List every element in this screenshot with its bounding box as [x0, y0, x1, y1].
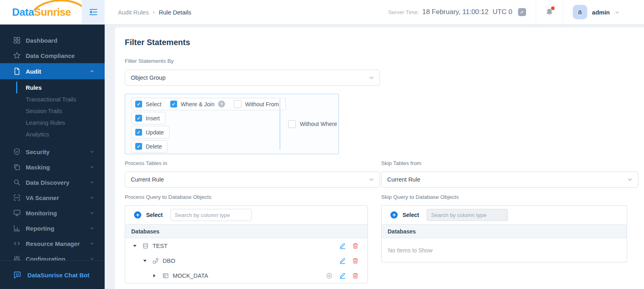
tree-caret-down-icon[interactable] [143, 260, 147, 262]
without-where-checkbox[interactable] [288, 120, 296, 128]
chevron-down-icon [90, 226, 94, 231]
checkbox-label: Select [146, 101, 161, 107]
where-join-checkbox[interactable]: ✓ [170, 101, 177, 107]
sidebar-nav: DashboardData ComplianceAuditRulesTransa… [0, 24, 105, 261]
row-actions [326, 272, 359, 279]
process-objects-select-button[interactable]: Select [146, 212, 163, 218]
sidebar-item-reporting[interactable]: Reporting [0, 221, 105, 236]
delete-checkbox[interactable]: ✓ [135, 143, 142, 150]
edit-pencil-icon[interactable] [339, 272, 346, 279]
tree-row-dbo[interactable]: DBO [125, 253, 367, 268]
chevron-down-icon [627, 176, 633, 183]
user-name: admin [592, 9, 610, 16]
table-icon [162, 272, 169, 279]
sidebar-item-va-scanner[interactable]: VA Scanner [0, 190, 105, 205]
sidebar-item-data-compliance[interactable]: Data Compliance [0, 48, 105, 63]
sidebar-item-label: Data Discovery [26, 179, 69, 186]
sidebar-subitem-rules[interactable]: Rules [0, 82, 105, 93]
tree-caret-down-icon[interactable] [133, 245, 136, 247]
filter-statements-by-label: Filter Statements By [125, 58, 174, 64]
logo-text-data: Data [12, 6, 34, 19]
content-panel: Filter Statements Filter Statements By O… [115, 27, 644, 289]
databases-header: Databases [382, 225, 627, 238]
tree-node-name: MOCK_DATA [173, 272, 208, 279]
without-where-label: Without Where [300, 121, 337, 127]
skip-tables-select[interactable]: Current Rule [381, 171, 638, 188]
sidebar-subitem-transactional-trails[interactable]: Transactional Trails [0, 93, 105, 105]
breadcrumb: Audit Rules › Rule Details [118, 0, 191, 24]
process-objects-toolbar: + Select [125, 206, 367, 225]
filter-statements-by-select[interactable]: Object Group [125, 70, 380, 86]
statement-option-delete: ✓Delete [131, 140, 167, 153]
insert-checkbox[interactable]: ✓ [135, 115, 142, 122]
process-tables-select[interactable]: Current Rule [125, 171, 380, 188]
search-icon [13, 178, 21, 186]
subitem-label: Session Trails [26, 108, 62, 114]
tree-node-name: DBO [163, 258, 175, 264]
checkbox-label: Where & Join [181, 101, 215, 107]
server-time-label: Server Time: [388, 9, 419, 15]
sidebar-item-security[interactable]: Security [0, 144, 105, 159]
help-icon[interactable]: ? [218, 101, 225, 107]
select-checkbox[interactable]: ✓ [135, 101, 142, 107]
edit-pencil-icon[interactable] [339, 242, 346, 250]
checkbox-label: Without From [245, 101, 279, 107]
checkbox-label: Update [146, 129, 164, 136]
sidebar-item-configuration[interactable]: Configuration [0, 251, 105, 261]
skip-objects-select-button[interactable]: Select [402, 212, 419, 218]
sidebar-subitem-learning-rules[interactable]: Learning Rules [0, 117, 105, 128]
checkbox-label: Delete [146, 143, 162, 150]
process-objects-search-input[interactable] [170, 209, 252, 221]
chevron-down-icon [90, 242, 94, 246]
trash-icon[interactable] [352, 272, 359, 279]
user-menu[interactable]: a admin [563, 5, 644, 19]
plus-circle-icon[interactable]: + [390, 211, 398, 219]
sidebar-item-label: VA Scanner [26, 194, 59, 201]
trash-icon[interactable] [352, 258, 359, 264]
without-from-checkbox[interactable] [234, 100, 242, 108]
skip-objects-toolbar: + Select [382, 206, 627, 225]
update-checkbox[interactable]: ✓ [135, 129, 142, 136]
databases-header: Databases [125, 225, 367, 238]
tree-caret-right-icon[interactable] [153, 274, 155, 277]
sidebar-subitem-analytics[interactable]: Analytics [0, 128, 105, 140]
without-where-option: Without Where [288, 94, 337, 154]
database-icon [142, 242, 149, 249]
chatbot-label: DataSunrise Chat Bot [27, 272, 89, 279]
filter-statements-by-value: Object Group [131, 74, 165, 81]
sidebar-item-masking[interactable]: Masking [0, 159, 105, 175]
sidebar-subitem-session-trails[interactable]: Session Trails [0, 105, 105, 117]
statement-option-without-from: Without From [234, 100, 279, 108]
star-icon [13, 52, 21, 60]
plus-circle-icon[interactable]: + [134, 211, 141, 219]
bar-chart-icon [13, 224, 21, 232]
chevron-down-icon [368, 74, 375, 81]
chevron-down-icon [368, 176, 375, 183]
skip-objects-search-input[interactable] [427, 209, 508, 221]
sidebar-item-resource-manager[interactable]: Resource Manager [0, 236, 105, 251]
row-actions [339, 257, 359, 264]
edit-pencil-icon[interactable] [339, 257, 346, 264]
chevron-down-icon [90, 150, 94, 154]
sidebar-item-monitoring[interactable]: Monitoring [0, 205, 105, 221]
notifications-button[interactable] [536, 0, 563, 24]
eye-icon[interactable] [326, 272, 333, 279]
datasunrise-logo[interactable]: DataSunrise [12, 0, 71, 24]
chat-bubble-icon [13, 270, 22, 279]
monitor-icon [13, 209, 21, 217]
trash-icon[interactable] [352, 243, 359, 249]
tree-row-mock-data[interactable]: MOCK_DATA [125, 268, 367, 283]
sidebar-item-data-discovery[interactable]: Data Discovery [0, 175, 105, 190]
breadcrumb-audit-rules[interactable]: Audit Rules [118, 9, 149, 16]
process-objects-label: Process Query to Database Objects [125, 194, 211, 200]
tree-row-test[interactable]: TEST [125, 238, 367, 253]
clipboard-check-icon[interactable]: ✓ [518, 8, 526, 16]
top-header: DataSunrise Audit Rules › Rule Details S… [0, 0, 644, 25]
scanner-icon [13, 194, 21, 202]
document-icon [13, 67, 21, 75]
sidebar-item-chatbot[interactable]: DataSunrise Chat Bot [0, 260, 105, 289]
sidebar-item-label: Monitoring [26, 210, 57, 217]
sidebar-item-dashboard[interactable]: Dashboard [0, 33, 105, 48]
sidebar-item-audit[interactable]: Audit [0, 63, 105, 79]
sidebar-collapse-button[interactable] [82, 0, 105, 24]
